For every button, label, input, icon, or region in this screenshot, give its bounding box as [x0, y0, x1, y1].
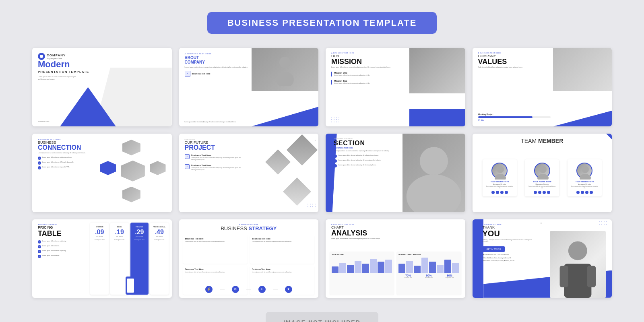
slide9-content: A BUSINESS TEXT HERE PRICING TABLE Lorem…: [38, 223, 87, 260]
slide12-contact-3: ⊕ Your Main Goes State, Country, Address…: [483, 260, 535, 262]
slide11-bar1-4: [355, 261, 361, 273]
slide5-content: A BUSINESS TEXT HERE BUSINESS CONNECTION…: [38, 138, 94, 171]
slide1-website: ourwebsite here: [38, 120, 49, 122]
slide8-social-dot-3a: [576, 191, 580, 194]
slide4-title: COMPANY VALUES: [478, 54, 551, 65]
slide10-arrow-1: [220, 289, 225, 289]
slide8-social-dot-3b: [581, 191, 584, 194]
slide4-photo-inner: [553, 48, 612, 91]
slide6-item1-title: Business Text Here: [191, 154, 246, 157]
slide10-icon-1: ⚡: [205, 286, 213, 293]
slide7-body: Lorem ipsum dolor sit amet consectetur a…: [334, 150, 403, 152]
slide11-body: Lorem ipsum dolor sit amet consectetur a…: [331, 238, 412, 240]
slide8-social-2: [528, 191, 556, 194]
slide10-item2-title: Business Text Here: [252, 237, 312, 240]
header: BUSINESS PRESENTATION TEMPLATE: [32, 12, 612, 34]
slide9-check-4: Lorem ipsum dolor sit amet.: [38, 255, 87, 258]
slide8-title-bold: MEMBER: [538, 138, 563, 144]
slide5-title: BUSINESS CONNECTION: [38, 140, 94, 151]
slide9-check-icon-1: [38, 240, 41, 244]
slide11-chart1-bars: [332, 257, 392, 273]
slide12-title: THANK YOU: [483, 225, 552, 237]
slide10-icon-2: ⚙: [232, 286, 239, 293]
slide9-plan2-features: Lorem ipsum dolor: [114, 239, 124, 241]
slide11-stat3-label: Completed Task: [440, 277, 459, 279]
slide8-photo-1: [491, 163, 508, 179]
svg-point-4: [497, 166, 504, 173]
slide2-icon-label: Business Text Here: [192, 72, 211, 75]
slide5-check-1: Lorem ipsum dolor sit amet adipiscing do…: [38, 157, 94, 160]
slide11-stat-3: 80% Completed Task: [440, 274, 459, 279]
slide7-bullet-dot-1: [334, 155, 337, 158]
slide8-desc-2: Lorem ipsum dolor sit amet consectetur a…: [528, 186, 556, 189]
slide2-title-light: ABOUT: [185, 56, 199, 60]
slide8-members: Your Name Here Managing Director Lorem i…: [473, 148, 612, 208]
slide12-dots: [599, 221, 608, 228]
slide12-body: Delivery Lorem ipsum dolor sit the land …: [483, 239, 535, 244]
slide10-header: A BUSINESS TEXT HERE BUSINESS STRATEGY: [179, 223, 319, 231]
slide8-social-3: [571, 191, 599, 194]
slide5-check-icon-1: [38, 157, 41, 160]
slide3-dots: [331, 117, 340, 123]
slide9-plan-4: Professional .49 per month Lorem ipsum d…: [150, 223, 169, 295]
slide4-title-bold: VALUES: [478, 58, 551, 65]
slide10-item3-title: Business Text Here: [185, 268, 246, 270]
slide-11-chart: A BUSINESS TEXT HERE CHART ANALYSIS Lore…: [326, 219, 465, 298]
slide4-photo: [553, 48, 612, 91]
slide12-person-inner: [550, 231, 606, 298]
slide8-member-1: Your Name Here Managing Director Lorem i…: [483, 159, 517, 196]
slide8-desc-3: Lorem ipsum dolor sit amet consectetur a…: [571, 186, 599, 189]
slide11-bar1-5: [362, 264, 369, 272]
slide5-check-2: Lorem ipsum dolor sit amet of Primarly &…: [38, 161, 94, 165]
slide10-icon-symbol-4: ★: [287, 287, 290, 291]
slide-5-connection: A BUSINESS TEXT HERE BUSINESS CONNECTION…: [32, 134, 172, 212]
slide11-stat1-value: 75%: [398, 274, 417, 277]
slide8-social-dot-2b: [538, 191, 541, 194]
slide6-item-2: ▪ Business Text Here Lorem ipsum dolor s…: [185, 164, 246, 171]
slide11-stat2-value: 90%: [419, 274, 438, 277]
svg-point-2: [419, 147, 448, 175]
slide9-plan3-label: Premium: [136, 226, 143, 228]
svg-point-8: [582, 166, 589, 173]
slide11-chart-2: MONTHLY CHART ANALYSIS 75%: [396, 252, 461, 295]
slide3-photo-inner: [409, 48, 465, 93]
slide10-title-text: BUSINESS: [221, 225, 247, 231]
slide10-icon-3: ✦: [258, 286, 266, 293]
slide3-mission-2: Mission Two Lorem ipsum dolor sit amet c…: [331, 80, 407, 85]
slide-2-about: A BUSINESS TEXT HERE ABOUT COMPANY Lorem…: [179, 48, 319, 126]
slide5-body: Lorem ipsum dolor sit amet consectetur a…: [38, 152, 94, 154]
slide11-stat1-label: Business Text: [398, 277, 417, 279]
slide4-progress-bar-wrap: [478, 116, 551, 118]
slide8-social-dot-3d: [590, 191, 593, 194]
slide10-icon-symbol-2: ⚙: [234, 287, 237, 291]
slide11-stat-2: 90% Business Text: [419, 274, 438, 279]
slide8-social-dot-1d: [505, 191, 508, 194]
slide6-title-bold: PROJECT: [185, 144, 246, 151]
slide9-phone-mockup: [126, 277, 136, 295]
slide7-title: SECTION: [334, 140, 403, 147]
slide8-photo-2: [534, 163, 550, 179]
slide11-bar1-8: [385, 260, 392, 272]
svg-point-9: [580, 174, 591, 180]
page-wrapper: BUSINESS PRESENTATION TEMPLATE COMPANY s…: [0, 0, 644, 322]
slide10-arrow-3: [273, 289, 278, 289]
slide6-proj-text-1: Business Text Here Lorem ipsum dolor sit…: [191, 154, 246, 161]
slides-grid: COMPANY slogan goes here Modern PRESENTA…: [32, 48, 612, 298]
slide9-check-icon-4: [38, 255, 41, 258]
slide8-name-3: Your Name Here: [571, 180, 599, 183]
slide4-progress: Working Project 75.5%: [478, 113, 551, 122]
slide10-item4-title: Business Text Here: [252, 268, 312, 270]
slide5-checklist: Lorem ipsum dolor sit amet adipiscing do…: [38, 157, 94, 169]
slide9-plan1-label: Starter: [96, 226, 103, 228]
slide9-check-icon-3: [38, 250, 41, 253]
slide2-photo: [252, 48, 318, 91]
slide2-body: Lorem ipsum dolor sit amet consectetur a…: [185, 66, 249, 68]
slide12-cta-button[interactable]: GET IN TOUCH: [483, 246, 505, 252]
page-title: BUSINESS PRESENTATION TEMPLATE: [207, 12, 437, 34]
slide6-proj-icon-2: ▪: [185, 164, 190, 169]
slide5-check-icon-3: [38, 166, 41, 169]
slide7-photo-inner: [402, 134, 465, 212]
slide8-social-dot-1b: [496, 191, 499, 194]
slide11-title-bold: ANALYSIS: [331, 229, 460, 237]
slide8-social-dot-3c: [585, 191, 588, 194]
